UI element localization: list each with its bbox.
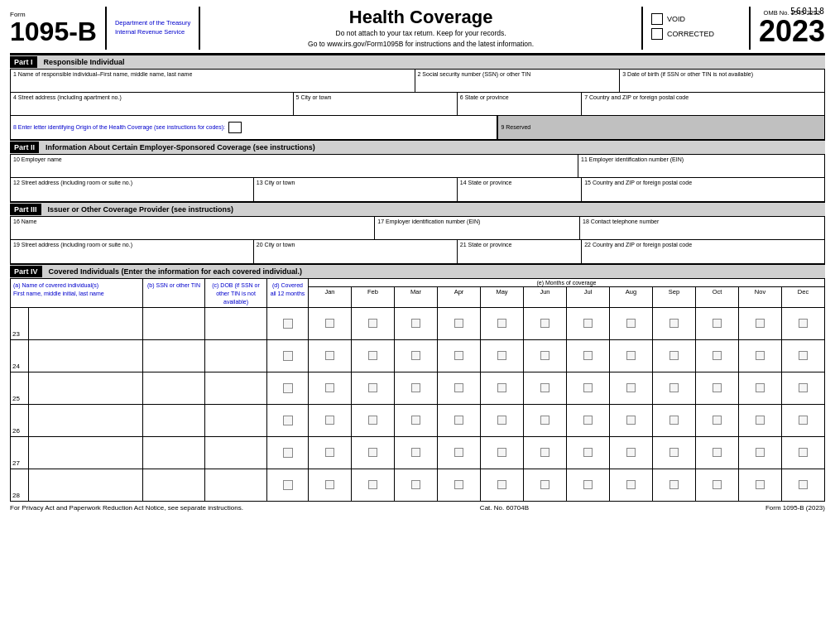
corrected-checkbox[interactable] xyxy=(651,28,663,40)
row26-dec-checkbox[interactable] xyxy=(799,416,808,425)
row26-dob[interactable] xyxy=(205,405,267,436)
row25-may-checkbox[interactable] xyxy=(497,383,506,392)
row27-dob[interactable] xyxy=(205,437,267,469)
void-checkbox[interactable] xyxy=(651,13,663,25)
row28-month-sep[interactable] xyxy=(653,469,696,501)
row26-ssn[interactable] xyxy=(143,405,205,436)
row28-dec-checkbox[interactable] xyxy=(799,480,808,489)
row27-nov-checkbox[interactable] xyxy=(756,448,765,457)
row26-month-dec[interactable] xyxy=(782,405,824,436)
row24-all12[interactable] xyxy=(267,340,309,372)
row24-oct-checkbox[interactable] xyxy=(713,351,722,360)
row27-month-jun[interactable] xyxy=(524,437,567,469)
row24-jun-checkbox[interactable] xyxy=(540,351,549,360)
row27-month-may[interactable] xyxy=(481,437,524,469)
row25-month-nov[interactable] xyxy=(739,372,782,404)
row23-dec-checkbox[interactable] xyxy=(799,319,808,328)
row27-month-mar[interactable] xyxy=(395,437,438,469)
row23-ssn[interactable] xyxy=(143,308,205,339)
row24-month-dec[interactable] xyxy=(782,340,824,372)
row27-month-aug[interactable] xyxy=(610,437,653,469)
row23-month-jan[interactable] xyxy=(309,308,352,339)
row25-month-feb[interactable] xyxy=(352,372,395,404)
row25-all12-checkbox[interactable] xyxy=(283,383,293,393)
row24-nov-checkbox[interactable] xyxy=(756,351,765,360)
row23-month-dec[interactable] xyxy=(782,308,824,339)
row25-month-dec[interactable] xyxy=(782,372,824,404)
row28-month-feb[interactable] xyxy=(352,469,395,501)
row23-mar-checkbox[interactable] xyxy=(411,319,420,328)
row23-apr-checkbox[interactable] xyxy=(454,319,463,328)
row23-sep-checkbox[interactable] xyxy=(669,319,679,328)
row28-month-aug[interactable] xyxy=(610,469,653,501)
row25-all12[interactable] xyxy=(267,372,309,404)
row28-month-dec[interactable] xyxy=(782,469,824,501)
row25-nov-checkbox[interactable] xyxy=(756,383,765,392)
row27-apr-checkbox[interactable] xyxy=(454,448,463,457)
row27-mar-checkbox[interactable] xyxy=(411,448,420,457)
row23-month-mar[interactable] xyxy=(395,308,438,339)
row28-dob[interactable] xyxy=(205,469,267,501)
row24-month-sep[interactable] xyxy=(653,340,696,372)
row24-dec-checkbox[interactable] xyxy=(799,351,808,360)
row26-jul-checkbox[interactable] xyxy=(583,416,593,425)
row26-month-aug[interactable] xyxy=(610,405,653,436)
row23-jan-checkbox[interactable] xyxy=(325,319,334,328)
row27-all12[interactable] xyxy=(267,437,309,469)
row25-ssn[interactable] xyxy=(143,372,205,404)
row23-may-checkbox[interactable] xyxy=(497,319,506,328)
row23-month-jun[interactable] xyxy=(524,308,567,339)
row28-aug-checkbox[interactable] xyxy=(626,480,636,489)
row25-jun-checkbox[interactable] xyxy=(540,383,549,392)
row26-oct-checkbox[interactable] xyxy=(713,416,722,425)
row23-month-oct[interactable] xyxy=(696,308,739,339)
row26-month-jan[interactable] xyxy=(309,405,352,436)
row24-all12-checkbox[interactable] xyxy=(283,351,293,361)
row24-may-checkbox[interactable] xyxy=(497,351,506,360)
row24-month-jan[interactable] xyxy=(309,340,352,372)
row25-dob[interactable] xyxy=(205,372,267,404)
row26-nov-checkbox[interactable] xyxy=(756,416,765,425)
row24-month-jun[interactable] xyxy=(524,340,567,372)
row27-month-jul[interactable] xyxy=(567,437,610,469)
row25-name[interactable] xyxy=(29,372,143,404)
row28-name[interactable] xyxy=(29,469,143,501)
row24-month-jul[interactable] xyxy=(567,340,610,372)
row27-month-oct[interactable] xyxy=(696,437,739,469)
row25-month-aug[interactable] xyxy=(610,372,653,404)
row23-all12[interactable] xyxy=(267,308,309,339)
row23-month-apr[interactable] xyxy=(438,308,481,339)
row25-month-mar[interactable] xyxy=(395,372,438,404)
row24-month-apr[interactable] xyxy=(438,340,481,372)
row23-month-may[interactable] xyxy=(481,308,524,339)
row24-sep-checkbox[interactable] xyxy=(669,351,679,360)
row26-all12[interactable] xyxy=(267,405,309,436)
row26-sep-checkbox[interactable] xyxy=(669,416,679,425)
row25-aug-checkbox[interactable] xyxy=(626,383,636,392)
row23-oct-checkbox[interactable] xyxy=(713,319,722,328)
row27-aug-checkbox[interactable] xyxy=(626,448,636,457)
row28-month-jul[interactable] xyxy=(567,469,610,501)
row25-month-may[interactable] xyxy=(481,372,524,404)
row26-month-may[interactable] xyxy=(481,405,524,436)
row26-month-nov[interactable] xyxy=(739,405,782,436)
row24-month-nov[interactable] xyxy=(739,340,782,372)
row26-name[interactable] xyxy=(29,405,143,436)
row27-month-dec[interactable] xyxy=(782,437,824,469)
row26-month-jul[interactable] xyxy=(567,405,610,436)
row23-jun-checkbox[interactable] xyxy=(540,319,549,328)
row27-ssn[interactable] xyxy=(143,437,205,469)
row27-month-sep[interactable] xyxy=(653,437,696,469)
row28-all12[interactable] xyxy=(267,469,309,501)
row26-month-mar[interactable] xyxy=(395,405,438,436)
row23-name[interactable] xyxy=(29,308,143,339)
row26-month-feb[interactable] xyxy=(352,405,395,436)
row28-month-jan[interactable] xyxy=(309,469,352,501)
row26-all12-checkbox[interactable] xyxy=(283,416,293,425)
row28-month-may[interactable] xyxy=(481,469,524,501)
row25-month-jun[interactable] xyxy=(524,372,567,404)
row25-jul-checkbox[interactable] xyxy=(583,383,593,392)
row25-month-oct[interactable] xyxy=(696,372,739,404)
row26-month-apr[interactable] xyxy=(438,405,481,436)
row26-aug-checkbox[interactable] xyxy=(626,416,636,425)
